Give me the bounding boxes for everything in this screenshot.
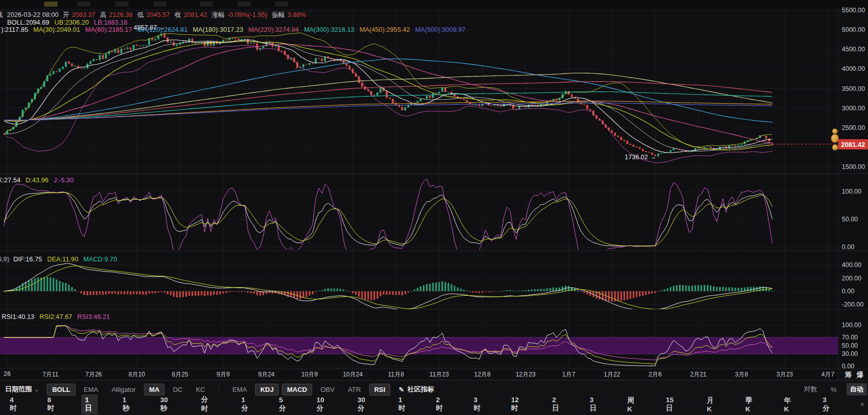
marker-coin-icon[interactable]	[831, 134, 839, 143]
timeframe-周K[interactable]: 周K	[624, 394, 641, 414]
kdj-readout: J:-5.30	[53, 177, 74, 184]
main-indicator-dc[interactable]: DC	[168, 384, 188, 395]
marker-coin-icon[interactable]	[832, 144, 838, 150]
time-axis-label: 7月26	[85, 370, 102, 379]
date-range-label: 日期范围	[5, 385, 32, 394]
ohlc-field-label: 涨幅	[212, 11, 225, 18]
time-axis-label: 8月10	[129, 370, 145, 379]
sub-indicator-rsi[interactable]: RSI	[369, 384, 391, 395]
timeframe-8时[interactable]: 8时	[44, 394, 60, 414]
cut-toolbar-icon	[115, 2, 129, 7]
timeframe-年K[interactable]: 年K	[781, 394, 798, 414]
date-range-button[interactable]: 日期范围 ⌄	[5, 385, 39, 394]
timeframe-3日[interactable]: 3日	[586, 394, 603, 414]
timeframe-2日[interactable]: 2日	[549, 394, 565, 414]
time-axis-label: 9月24	[258, 370, 275, 379]
community-edit-icon: ✎	[399, 386, 404, 393]
macd-params-cut: 6,9)	[0, 256, 9, 263]
price-axis-label: 1500.00	[842, 163, 865, 171]
timeframe-15日[interactable]: 15日	[662, 394, 682, 414]
main-indicator-alligator[interactable]: Alligator	[106, 384, 141, 395]
time-axis-label: 11月23	[429, 370, 449, 379]
timeframe-2时[interactable]: 2时	[432, 394, 449, 414]
ma-readout-row: ):2117.85MA(30):2049.01MA(60):2185.17MA(…	[1, 26, 471, 33]
trading-chart-screen: 线2026-03-22 08:00开2083.37高2126.38低2045.5…	[0, 0, 868, 415]
timeframe-4时[interactable]: 4时	[6, 394, 23, 414]
time-axis-label: 2月6	[648, 370, 661, 379]
low-price-annotation: 1736.02 →	[607, 154, 656, 161]
timeframe-1分[interactable]: 1分	[238, 394, 254, 414]
ohlc-info-row: 线2026-03-22 08:00开2083.37高2126.38低2045.5…	[1, 11, 315, 20]
sub-indicator-kdj[interactable]: KDJ	[255, 384, 279, 395]
rsi-axis-label: 100.00	[842, 322, 861, 329]
kdj-readout: K:27.54	[0, 177, 21, 184]
timeframe-1时[interactable]: 1时	[395, 394, 411, 414]
ohlc-field-label: 振幅	[272, 11, 285, 18]
time-axis-label: 10月9	[301, 370, 318, 379]
scale-button-自动[interactable]: 自动	[846, 383, 867, 395]
time-axis-label: 11月8	[388, 370, 404, 379]
ma-readout: MA(220):3274.84	[248, 26, 299, 33]
time-axis-label: 7月11	[42, 370, 58, 379]
price-axis-label: 3000.00	[842, 105, 865, 112]
side-tool-chips[interactable]: 筹	[845, 370, 852, 380]
timeframe-3分[interactable]: 3分	[819, 394, 836, 414]
side-tool-liquidation[interactable]: 爆	[857, 370, 864, 380]
timeframe-10分[interactable]: 10分	[313, 394, 333, 414]
scale-button-%[interactable]: %	[827, 384, 840, 395]
ma-readout: MA(30):2049.01	[33, 26, 80, 33]
timeframe-5分[interactable]: 5分	[275, 394, 292, 414]
main-indicator-ma[interactable]: MA	[144, 384, 165, 395]
rsi-axis-label: 50.00	[842, 342, 858, 349]
timeframe-close-icon[interactable]: ×	[857, 399, 868, 410]
ma-readout: MA(180):3017.23	[193, 26, 243, 33]
pair-name-cut: 线	[0, 11, 3, 18]
ohlc-field-value: 2081.42	[184, 11, 207, 18]
ohlc-field-value: 2045.57	[147, 11, 170, 18]
time-axis-label: 3月23	[776, 370, 793, 379]
timeframe-分时[interactable]: 分时	[197, 393, 216, 415]
macd-axis-label: 200.00	[842, 275, 861, 282]
marker-coin-icon[interactable]	[832, 128, 838, 134]
cut-toolbar-icon	[44, 2, 58, 7]
rsi-readout: RSI2:47.67	[40, 313, 73, 320]
macd-axis-label: 0.00	[842, 288, 854, 295]
macd-readout-row: 6,9)DIF:16.75DEA:11.90MACD:9.70	[0, 256, 126, 263]
time-axis-label: 12月8	[474, 370, 491, 379]
community-indicators-button[interactable]: ✎ 社区指标	[399, 385, 434, 394]
timeframe-30分[interactable]: 30分	[354, 394, 374, 414]
scale-button-group: 对数%自动	[800, 383, 868, 395]
main-indicator-boll[interactable]: BOLL	[47, 384, 75, 395]
sub-indicator-obv[interactable]: OBV	[315, 384, 339, 395]
time-axis-label: 8月25	[172, 370, 188, 379]
sub-indicator-macd[interactable]: MACD	[282, 384, 312, 395]
time-axis-label: 4月7	[821, 370, 834, 379]
candle-datetime: 2026-03-22 08:00	[7, 11, 59, 18]
timeframe-1日[interactable]: 1日	[81, 394, 98, 414]
timeframe-12时[interactable]: 12时	[508, 394, 528, 414]
timeframe-1秒[interactable]: 1秒	[119, 394, 135, 414]
rsi-axis-label: 30.00	[842, 350, 858, 357]
scale-button-对数[interactable]: 对数	[800, 383, 821, 395]
macd-axis-label: -200.00	[842, 301, 863, 308]
time-axis-label: 10月24	[343, 370, 363, 379]
timeframe-30秒[interactable]: 30秒	[156, 394, 176, 414]
time-axis-label: 26	[4, 370, 10, 378]
macd-readout: MACD:9.70	[83, 256, 117, 263]
main-indicator-ema[interactable]: EMA	[79, 384, 103, 395]
ohlc-field-value: 2126.38	[109, 11, 133, 18]
toolbar-divider	[219, 385, 219, 393]
timeframe-3时[interactable]: 3时	[470, 394, 486, 414]
high-price-annotation: 4957.87 →	[116, 24, 165, 31]
sub-indicator-ema[interactable]: EMA	[227, 384, 252, 395]
ohlc-field-label: 低	[137, 11, 144, 18]
timeframe-季K[interactable]: 季K	[742, 394, 760, 414]
macd-readout: DIF:16.75	[13, 256, 42, 263]
price-axis-label: 5000.00	[842, 26, 865, 33]
boll-readout: UB:2306.20	[55, 19, 89, 26]
time-axis-label: 3月8	[735, 370, 748, 379]
sub-indicator-atr[interactable]: ATR	[343, 384, 366, 395]
ohlc-field-value: 2083.37	[72, 11, 96, 18]
chart-canvas[interactable]	[0, 0, 868, 415]
timeframe-月K[interactable]: 月K	[703, 394, 721, 414]
